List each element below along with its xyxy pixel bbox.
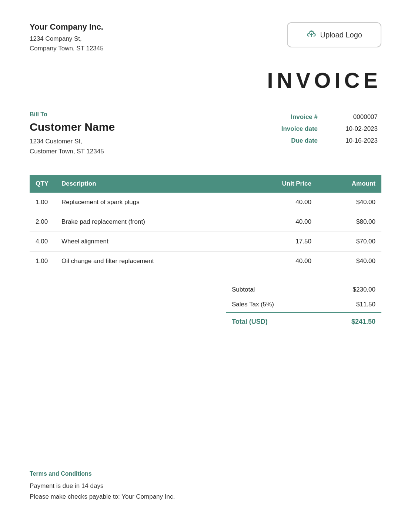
upload-icon [306, 30, 317, 40]
table-row: 4.00 Wheel alignment 17.50 $70.00 [30, 232, 381, 252]
totals-table: Subtotal $230.00 Sales Tax (5%) $11.50 T… [226, 282, 381, 329]
invoice-details: Invoice # 0000007 Invoice date 10-02-202… [248, 111, 381, 147]
header-description: Description [56, 175, 243, 193]
item-amount: $70.00 [317, 232, 381, 252]
company-address-line2: Company Town, ST 12345 [30, 45, 104, 52]
item-amount: $40.00 [317, 252, 381, 271]
subtotal-label: Subtotal [226, 282, 319, 297]
total-label: Total (USD) [226, 312, 319, 329]
header-unit-price: Unit Price [243, 175, 317, 193]
terms-title: Terms and Conditions [30, 471, 381, 477]
invoice-date-value: 10-02-2023 [321, 123, 381, 135]
table-row: 1.00 Replacement of spark plugs 40.00 $4… [30, 193, 381, 212]
invoice-number-label: Invoice # [248, 111, 321, 123]
total-row: Total (USD) $241.50 [226, 312, 381, 329]
item-qty: 1.00 [30, 193, 56, 212]
item-unit-price: 17.50 [243, 232, 317, 252]
header-amount: Amount [317, 175, 381, 193]
invoice-number-row: Invoice # 0000007 [248, 111, 381, 123]
bill-to: Bill To Customer Name 1234 Customer St, … [30, 111, 115, 156]
header-section: Your Company Inc. 1234 Company St, Compa… [30, 22, 381, 53]
item-amount: $40.00 [317, 193, 381, 212]
invoice-date-label: Invoice date [248, 123, 321, 135]
tax-row: Sales Tax (5%) $11.50 [226, 297, 381, 312]
due-date-label: Due date [248, 135, 321, 147]
totals-section: Subtotal $230.00 Sales Tax (5%) $11.50 T… [30, 282, 381, 329]
terms-section: Terms and Conditions Payment is due in 1… [30, 471, 381, 502]
subtotal-value: $230.00 [319, 282, 381, 297]
item-unit-price: 40.00 [243, 252, 317, 271]
item-unit-price: 40.00 [243, 212, 317, 232]
customer-address-line2: Customer Town, ST 12345 [30, 148, 104, 155]
item-qty: 4.00 [30, 232, 56, 252]
invoice-page: Your Company Inc. 1234 Company St, Compa… [0, 0, 411, 532]
item-description: Brake pad replacement (front) [56, 212, 243, 232]
item-description: Replacement of spark plugs [56, 193, 243, 212]
tax-value: $11.50 [319, 297, 381, 312]
customer-address-line1: 1234 Customer St, [30, 138, 82, 145]
invoice-title: INVOICE [30, 68, 381, 93]
subtotal-row: Subtotal $230.00 [226, 282, 381, 297]
due-date-row: Due date 10-16-2023 [248, 135, 381, 147]
table-header-row: QTY Description Unit Price Amount [30, 175, 381, 193]
item-unit-price: 40.00 [243, 193, 317, 212]
terms-text: Payment is due in 14 days Please make ch… [30, 481, 381, 502]
header-qty: QTY [30, 175, 56, 193]
terms-line2: Please make checks payable to: Your Comp… [30, 492, 381, 502]
items-table: QTY Description Unit Price Amount 1.00 R… [30, 175, 381, 271]
total-value: $241.50 [319, 312, 381, 329]
company-name: Your Company Inc. [30, 22, 104, 32]
item-amount: $80.00 [317, 212, 381, 232]
item-description: Oil change and filter replacement [56, 252, 243, 271]
invoice-number-value: 0000007 [321, 111, 381, 123]
table-row: 1.00 Oil change and filter replacement 4… [30, 252, 381, 271]
company-info: Your Company Inc. 1234 Company St, Compa… [30, 22, 104, 53]
terms-line1: Payment is due in 14 days [30, 481, 381, 492]
item-qty: 2.00 [30, 212, 56, 232]
invoice-date-row: Invoice date 10-02-2023 [248, 123, 381, 135]
item-qty: 1.00 [30, 252, 56, 271]
item-description: Wheel alignment [56, 232, 243, 252]
company-address-line1: 1234 Company St, [30, 35, 82, 42]
bill-to-label: Bill To [30, 111, 115, 118]
table-row: 2.00 Brake pad replacement (front) 40.00… [30, 212, 381, 232]
upload-logo-button[interactable]: Upload Logo [287, 22, 381, 47]
due-date-value: 10-16-2023 [321, 135, 381, 147]
customer-name: Customer Name [30, 121, 115, 133]
invoice-title-section: INVOICE [30, 68, 381, 93]
tax-label: Sales Tax (5%) [226, 297, 319, 312]
billing-section: Bill To Customer Name 1234 Customer St, … [30, 111, 381, 156]
customer-address: 1234 Customer St, Customer Town, ST 1234… [30, 136, 115, 156]
company-address: 1234 Company St, Company Town, ST 12345 [30, 34, 104, 53]
upload-logo-label: Upload Logo [320, 31, 362, 39]
